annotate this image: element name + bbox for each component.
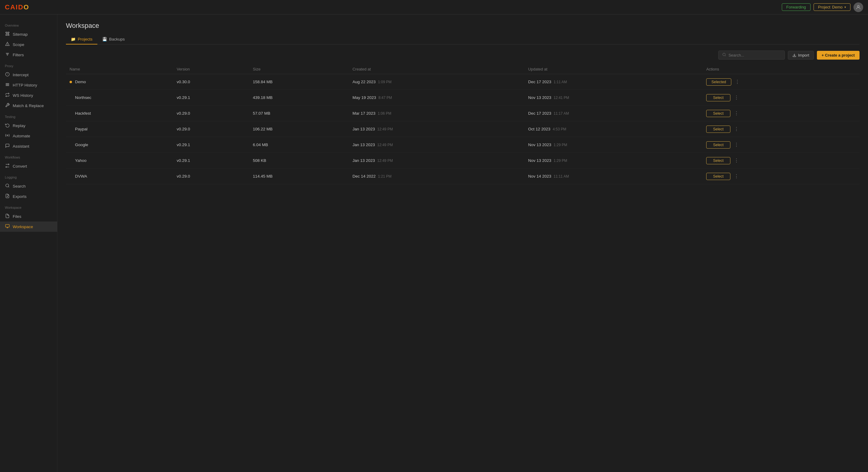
- cell-size-5: 508 KB: [249, 153, 349, 169]
- cell-updated-2: Dec 17 2023 11:17 AM: [524, 106, 703, 121]
- table-row: DVWA v0.29.0 114.45 MB Dec 14 2022 1:21 …: [66, 169, 860, 184]
- section-label-testing: Testing: [0, 111, 57, 120]
- automate-icon: [5, 133, 10, 139]
- cell-created-0: Aug 22 2023 1:09 PM: [349, 74, 524, 90]
- search-icon: [5, 183, 10, 189]
- created-time: 1:06 PM: [378, 111, 391, 116]
- cell-actions-5: Select ⋮: [703, 153, 860, 169]
- sidebar-label-workspace: Workspace: [13, 225, 33, 229]
- tab-backups-label: Backups: [109, 37, 125, 41]
- section-label-proxy: Proxy: [0, 60, 57, 69]
- project-label: Project: [818, 5, 830, 9]
- sidebar-section-proxy: Proxy Intercept HTTP History WS History: [0, 60, 57, 111]
- tab-projects-label: Projects: [78, 37, 93, 41]
- forwarding-button[interactable]: Forwarding: [782, 3, 810, 11]
- col-name: Name: [66, 64, 173, 74]
- sidebar-label-intercept: Intercept: [13, 72, 29, 77]
- more-options-button[interactable]: ⋮: [732, 156, 741, 165]
- sidebar-item-automate[interactable]: Automate: [0, 131, 57, 141]
- section-label-overview: Overview: [0, 19, 57, 29]
- header-right: Forwarding Project Demo ▾: [782, 2, 863, 12]
- sidebar-item-scope[interactable]: Scope: [0, 39, 57, 50]
- more-options-button[interactable]: ⋮: [732, 172, 741, 180]
- cell-size-0: 158.84 MB: [249, 74, 349, 90]
- sidebar-item-files[interactable]: Files: [0, 211, 57, 222]
- select-button[interactable]: Select: [706, 110, 731, 117]
- project-name-text: DVWA: [75, 174, 87, 178]
- files-icon: [5, 214, 10, 219]
- tab-projects[interactable]: 📁 Projects: [66, 34, 97, 45]
- projects-table: Name Version Size Created at Updated at …: [66, 64, 860, 184]
- col-updated: Updated at: [524, 64, 703, 74]
- more-options-button[interactable]: ⋮: [732, 141, 741, 149]
- selected-button[interactable]: Selected: [706, 78, 731, 86]
- svg-rect-4: [7, 34, 9, 35]
- updated-time: 1:29 PM: [554, 143, 567, 147]
- select-button[interactable]: Select: [706, 157, 731, 164]
- select-button[interactable]: Select: [706, 94, 731, 101]
- sidebar-label-sitemap: Sitemap: [13, 32, 28, 37]
- cell-created-4: Jan 13 2023 12:49 PM: [349, 137, 524, 153]
- cell-actions-6: Select ⋮: [703, 169, 860, 184]
- svg-point-23: [7, 135, 8, 136]
- match-replace-icon: [5, 103, 10, 108]
- more-options-button[interactable]: ⋮: [732, 93, 741, 102]
- cell-created-3: Jan 13 2023 12:49 PM: [349, 121, 524, 137]
- avatar[interactable]: [854, 2, 863, 12]
- select-button[interactable]: Select: [706, 173, 731, 180]
- more-options-button[interactable]: ⋮: [733, 78, 742, 86]
- cell-updated-6: Nov 14 2023 11:11 AM: [524, 169, 703, 184]
- assistant-icon: [5, 143, 10, 149]
- active-dot: [69, 81, 72, 83]
- section-label-workspace: Workspace: [0, 202, 57, 211]
- table-row: Hackfest v0.29.0 57.07 MB Mar 17 2023 1:…: [66, 106, 860, 121]
- import-label: Import: [798, 53, 809, 58]
- sidebar-label-search: Search: [13, 184, 26, 188]
- filters-icon: [5, 52, 10, 58]
- logo: CAIDO: [5, 3, 29, 11]
- sidebar-item-filters[interactable]: Filters: [0, 50, 57, 60]
- svg-rect-30: [5, 225, 9, 227]
- svg-point-0: [858, 5, 859, 7]
- svg-point-33: [722, 53, 725, 56]
- cell-version-5: v0.29.1: [173, 153, 249, 169]
- create-project-button[interactable]: + Create a project: [817, 51, 860, 60]
- sidebar-item-assistant[interactable]: Assistant: [0, 141, 57, 151]
- search-input[interactable]: [728, 53, 781, 58]
- sidebar-item-intercept[interactable]: Intercept: [0, 69, 57, 80]
- sidebar-item-replay[interactable]: Replay: [0, 120, 57, 131]
- project-name-text: Demo: [75, 80, 86, 84]
- created-time: 1:21 PM: [378, 174, 392, 178]
- table-row: Northsec v0.29.1 439.18 MB May 19 2023 8…: [66, 90, 860, 106]
- sidebar-item-search[interactable]: Search: [0, 181, 57, 191]
- sidebar-item-convert[interactable]: Convert: [0, 161, 57, 171]
- col-version: Version: [173, 64, 249, 74]
- tab-backups[interactable]: 💾 Backups: [97, 34, 130, 45]
- cell-name-0: Demo: [66, 74, 173, 90]
- more-options-button[interactable]: ⋮: [732, 109, 741, 117]
- sidebar-item-sitemap[interactable]: Sitemap: [0, 29, 57, 39]
- project-button[interactable]: Project Demo ▾: [813, 3, 850, 11]
- main-content: Workspace 📁 Projects 💾 Backups Impo: [58, 14, 868, 472]
- cell-version-0: v0.30.0: [173, 74, 249, 90]
- select-button[interactable]: Select: [706, 125, 731, 133]
- sidebar-item-ws-history[interactable]: WS History: [0, 90, 57, 100]
- sidebar-section-workspace: Workspace Files Workspace: [0, 202, 57, 232]
- scope-icon: [5, 42, 10, 47]
- cell-name-3: Paypal: [66, 121, 173, 137]
- exports-icon: [5, 194, 10, 199]
- toolbar: Import + Create a project: [66, 51, 860, 60]
- import-button[interactable]: Import: [788, 51, 814, 60]
- sidebar-item-match-replace[interactable]: Match & Replace: [0, 100, 57, 111]
- svg-rect-2: [7, 32, 9, 33]
- sidebar-item-exports[interactable]: Exports: [0, 191, 57, 202]
- table-row: Google v0.29.1 6.04 MB Jan 13 2023 12:49…: [66, 137, 860, 153]
- select-button[interactable]: Select: [706, 141, 731, 149]
- more-options-button[interactable]: ⋮: [732, 125, 741, 133]
- sidebar-label-convert: Convert: [13, 164, 27, 169]
- section-label-logging: Logging: [0, 171, 57, 181]
- sidebar-section-logging: Logging Search Exports: [0, 171, 57, 202]
- sidebar-item-workspace[interactable]: Workspace: [0, 222, 57, 232]
- updated-time: 4:53 PM: [553, 127, 566, 131]
- sidebar-item-http-history[interactable]: HTTP History: [0, 80, 57, 90]
